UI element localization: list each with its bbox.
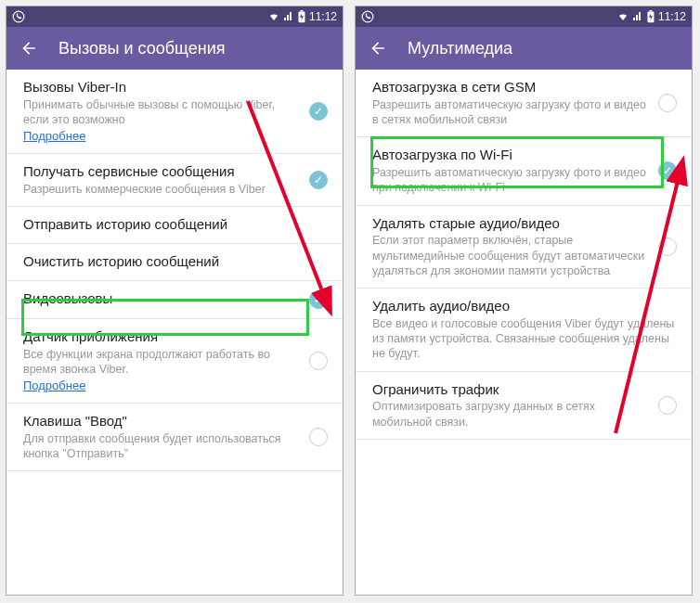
row-enter-key[interactable]: Клавиша "Ввод" Для отправки сообщения бу… [6, 404, 343, 471]
row-title: Клавиша "Ввод" [23, 413, 300, 430]
clock-text: 11:12 [658, 10, 686, 23]
row-desc: Разрешить автоматическую загрузку фото и… [372, 165, 649, 196]
row-title: Удалять старые аудио/видео [372, 215, 649, 233]
battery-icon [297, 10, 306, 23]
row-service-msgs[interactable]: Получать сервисные сообщения Разрешить к… [6, 154, 343, 207]
clock-text: 11:12 [309, 10, 337, 23]
app-bar: Вызовы и сообщения [6, 27, 343, 70]
more-link[interactable]: Подробнее [23, 378, 85, 392]
phone-left: 11:12 Вызовы и сообщения Вызовы Viber-In… [6, 6, 344, 596]
toggle[interactable] [658, 94, 677, 112]
row-desc: Если этот параметр включён, старые мульт… [372, 233, 649, 278]
svg-rect-2 [301, 10, 304, 11]
row-autoload-gsm[interactable]: Автозагрузка в сети GSM Разрешить автома… [356, 70, 692, 137]
more-link[interactable]: Подробнее [23, 129, 85, 143]
row-clear-history[interactable]: Очистить историю сообщений [6, 244, 343, 281]
row-desc: Принимать обычные вызовы с помощью Viber… [23, 97, 300, 128]
status-bar: 11:12 [6, 6, 343, 27]
row-desc: Разрешить автоматическую загрузку фото и… [372, 97, 649, 128]
back-icon[interactable] [19, 39, 38, 58]
row-title: Ограничить трафик [372, 381, 649, 399]
svg-rect-6 [650, 10, 653, 11]
app-bar: Мультимедиа [356, 27, 692, 70]
row-title: Видеовызовы [23, 290, 300, 308]
toggle[interactable] [309, 428, 328, 446]
viber-icon [361, 10, 374, 23]
row-title: Автозагрузка в сети GSM [372, 79, 649, 96]
row-desc: Для отправки сообщения будет использоват… [23, 431, 300, 462]
row-proximity[interactable]: Датчик приближения Все функции экрана пр… [6, 319, 343, 404]
row-title: Датчик приближения [23, 328, 300, 346]
settings-list: Автозагрузка в сети GSM Разрешить автома… [356, 70, 692, 440]
battery-icon [646, 10, 655, 23]
row-title: Вызовы Viber-In [23, 79, 300, 96]
row-desc: Все функции экрана продолжают работать в… [23, 347, 300, 378]
phone-right: 11:12 Мультимедиа Автозагрузка в сети GS… [355, 6, 693, 596]
row-delete-media[interactable]: Удалить аудио/видео Все видео и голосовы… [356, 289, 692, 372]
signal-icon [283, 11, 294, 22]
viber-icon [12, 10, 25, 23]
row-desc: Оптимизировать загрузку данных в сетях м… [372, 399, 649, 430]
row-viber-in[interactable]: Вызовы Viber-In Принимать обычные вызовы… [6, 70, 343, 154]
row-title: Получать сервисные сообщения [23, 163, 300, 181]
row-title: Автозагрузка по Wi-Fi [372, 147, 649, 164]
wifi-icon [267, 11, 280, 22]
toggle[interactable] [658, 396, 677, 415]
row-send-history[interactable]: Отправить историю сообщений [6, 207, 343, 244]
row-video-calls[interactable]: Видеовызовы [6, 281, 343, 319]
row-title: Очистить историю сообщений [23, 253, 328, 271]
status-bar: 11:12 [356, 6, 692, 27]
appbar-title: Вызовы и сообщения [58, 39, 225, 58]
row-delete-old[interactable]: Удалять старые аудио/видео Если этот пар… [356, 206, 692, 289]
row-title: Удалить аудио/видео [372, 298, 677, 315]
toggle[interactable] [309, 290, 328, 309]
toggle[interactable] [658, 161, 677, 180]
row-desc: Разрешить коммерческие сообщения в Viber [23, 182, 300, 197]
appbar-title: Мультимедиа [408, 39, 512, 58]
back-icon[interactable] [369, 39, 387, 58]
toggle[interactable] [309, 171, 328, 189]
signal-icon [632, 11, 643, 22]
toggle[interactable] [309, 102, 328, 121]
toggle[interactable] [658, 237, 677, 256]
settings-list: Вызовы Viber-In Принимать обычные вызовы… [6, 70, 343, 471]
row-limit-traffic[interactable]: Ограничить трафик Оптимизировать загрузк… [356, 372, 692, 440]
wifi-icon [616, 11, 629, 22]
toggle[interactable] [309, 352, 328, 370]
row-desc: Все видео и голосовые сообщения Viber бу… [372, 316, 677, 362]
row-title: Отправить историю сообщений [23, 216, 328, 234]
row-autoload-wifi[interactable]: Автозагрузка по Wi-Fi Разрешить автомати… [356, 137, 692, 205]
